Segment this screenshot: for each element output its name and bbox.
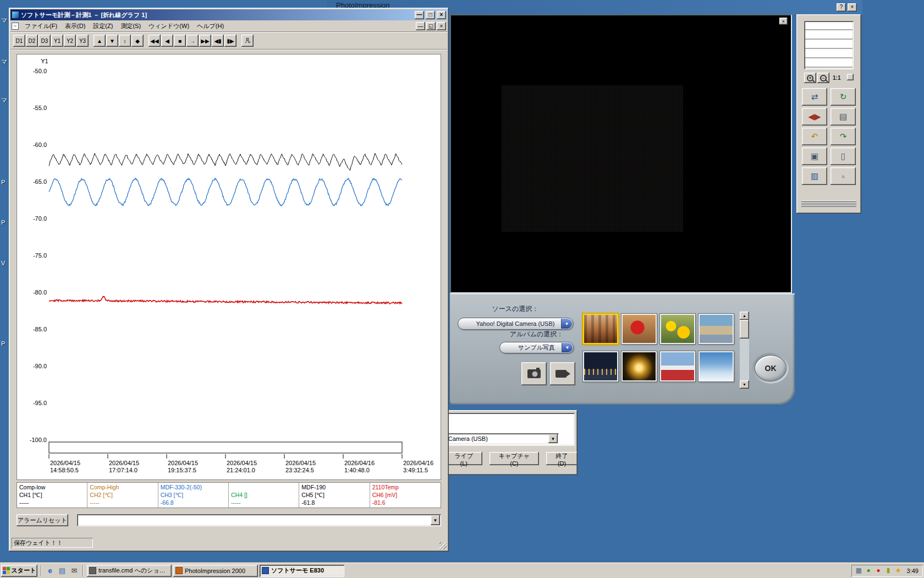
scroll-left-button[interactable]: ◀ — [161, 35, 173, 47]
album-select-dropdown[interactable]: サンプル写真 ▼ — [499, 342, 574, 353]
thumbnail-yellow-flowers[interactable] — [660, 314, 695, 344]
taskbar-divider — [41, 565, 42, 576]
child-restore-button[interactable]: ◱ — [426, 22, 436, 30]
minimize-button[interactable]: — — [415, 11, 424, 19]
acquire-from-camera-button[interactable] — [521, 362, 547, 385]
jump-to-end-button[interactable]: ▶▶ — [199, 35, 211, 47]
y1-button[interactable]: Y1 — [51, 35, 63, 47]
menu-file[interactable]: ファイル(F) — [21, 20, 61, 32]
scroll-up-icon[interactable]: ▲ — [740, 312, 749, 320]
task-photoimpression-2000[interactable]: PhotoImpression 2000 — [173, 565, 258, 577]
menu-window[interactable]: ウィンドウ(W) — [145, 20, 193, 32]
zoom-in-button[interactable]: + — [804, 73, 816, 83]
ok-button[interactable]: OK — [755, 355, 787, 381]
album-thumbnail-grid — [583, 314, 739, 389]
rotate-button[interactable]: ↻ — [831, 88, 856, 106]
frame-list[interactable] — [804, 21, 854, 69]
menu-help[interactable]: ヘルプ(H) — [193, 20, 228, 32]
display-tray-icon[interactable]: ▦ — [855, 566, 863, 575]
legend-toggle-button[interactable]: 凡 — [241, 35, 254, 47]
exit-button[interactable]: 終了(D) — [546, 452, 578, 465]
acquire-video-button[interactable] — [550, 362, 575, 385]
scale-down-button[interactable]: ▼ — [106, 35, 118, 47]
channel-label: CH1 [℃] — [19, 491, 85, 499]
copy-button[interactable]: ▣ — [802, 148, 827, 165]
menu-measure[interactable]: 測定(S) — [117, 20, 145, 32]
channel-5-legend: MDF-190CH5 [℃]-61.8 — [299, 483, 370, 508]
follow-latest-button[interactable]: → — [186, 35, 199, 47]
capture-button[interactable]: キャプチャ(C) — [490, 452, 540, 465]
alarm-tray-icon[interactable]: ● — [875, 566, 883, 575]
task-softthermo-e830[interactable]: ソフトサーモ E830 — [260, 565, 344, 577]
help-button[interactable]: ? — [837, 3, 846, 12]
y2-button[interactable]: Y2 — [64, 35, 76, 47]
resize-grip[interactable] — [439, 542, 447, 549]
thumbnail-scrollbar[interactable]: ▲ ▼ — [740, 312, 749, 389]
thumbnail-red-cardinal-bird[interactable] — [622, 314, 657, 344]
mail-icon[interactable]: ✉ — [69, 566, 79, 576]
child-minimize-button[interactable]: — — [416, 22, 425, 30]
maximize-button[interactable]: □ — [426, 11, 435, 19]
internet-explorer-icon[interactable]: e — [45, 566, 55, 576]
alarm-message-combobox[interactable]: ▼ — [77, 514, 441, 526]
properties-button[interactable]: ▫ — [831, 167, 856, 185]
stop-button[interactable]: ■ — [174, 35, 186, 47]
power-tray-icon[interactable]: ▮ — [884, 566, 893, 575]
close-button[interactable]: × — [848, 3, 857, 12]
d1-button[interactable]: D1 — [13, 35, 25, 47]
y3-button[interactable]: Y3 — [76, 35, 89, 47]
child-close-button[interactable]: × — [437, 22, 446, 30]
new-page-button[interactable]: ▤ — [831, 108, 856, 126]
menu-settings[interactable]: 設定(Z) — [89, 20, 117, 32]
thumbnail-sky-clouds[interactable] — [698, 351, 734, 381]
chevron-down-icon[interactable]: ▼ — [561, 319, 572, 329]
flip-horizontal-button[interactable]: ◀▶ — [802, 108, 827, 126]
redo-button[interactable]: ↷ — [831, 128, 856, 145]
auto-scale-button[interactable]: ↕ — [119, 35, 131, 47]
y-tick-label: -75.0 — [33, 252, 47, 259]
orientation-button[interactable]: ▯ — [831, 148, 856, 165]
alarm-reset-button[interactable]: アラームリセット — [16, 514, 68, 526]
fit-to-window-button[interactable]: ⇄ — [802, 88, 827, 106]
chevron-down-icon[interactable]: ▼ — [548, 434, 558, 443]
title-bar[interactable]: ソフトサーモ計測－計測1 － [折れ線グラフ 1] — □ × — [10, 9, 447, 20]
update-tray-icon[interactable]: ★ — [894, 566, 903, 575]
x-tick-time: 19:15:37.5 — [168, 467, 196, 473]
zoom-reset-button[interactable]: ◆ — [131, 35, 144, 47]
panel-grip-handle[interactable] — [801, 200, 856, 207]
preview-close-icon[interactable]: × — [779, 18, 788, 25]
thumbnail-gold-light-swirl[interactable] — [622, 351, 657, 381]
page-left-button[interactable]: ◀▮ — [212, 35, 224, 47]
chevron-down-icon[interactable]: ▼ — [562, 343, 573, 352]
taskbar-clock[interactable]: 3:49 — [905, 568, 919, 574]
show-desktop-icon[interactable]: ▤ — [57, 566, 67, 576]
live-button[interactable]: ライブ(L) — [446, 452, 482, 465]
scroll-down-icon[interactable]: ▼ — [740, 380, 749, 389]
zoom-lock-button[interactable] — [847, 74, 854, 80]
menu-view[interactable]: 表示(D) — [61, 20, 89, 32]
thumbnail-harbor-scene[interactable] — [698, 314, 734, 344]
scale-up-button[interactable]: ▲ — [94, 35, 106, 47]
x-tick-date: 2026/04/15 — [109, 460, 139, 466]
source-select-dropdown[interactable]: Yahoo! Digital Camera (USB) ▼ — [458, 318, 573, 330]
chevron-down-icon[interactable]: ▼ — [431, 515, 440, 525]
undo-button[interactable]: ↶ — [802, 128, 827, 145]
close-button[interactable]: × — [437, 11, 446, 19]
d3-button[interactable]: D3 — [38, 35, 51, 47]
soft-thermo-measurement-window: ソフトサーモ計測－計測1 － [折れ線グラフ 1] — □ × ≈ ファイル(F… — [9, 8, 449, 552]
jump-to-start-button[interactable]: ◀◀ — [148, 35, 161, 47]
time-range-strip[interactable] — [49, 442, 402, 453]
thumbnail-canyon-rock-spires[interactable] — [583, 314, 618, 344]
task-transfile-cmd-icon — [89, 567, 96, 574]
trace-ch6 — [49, 297, 402, 304]
save-button[interactable]: ▥ — [802, 167, 827, 185]
green-status-tray-icon[interactable]: ● — [865, 566, 873, 575]
page-right-button[interactable]: ▮▶ — [224, 35, 237, 47]
scrollbar-thumb[interactable] — [740, 320, 749, 339]
task-transfile-cmd[interactable]: transfile.cmd へのショート... — [87, 565, 172, 577]
d2-button[interactable]: D2 — [26, 35, 38, 47]
thumbnail-ship-red-hull[interactable] — [660, 351, 695, 381]
thumbnail-night-city-skyline[interactable] — [583, 351, 618, 381]
start-button[interactable]: スタート — [1, 565, 37, 577]
zoom-out-button[interactable]: − — [817, 73, 829, 83]
